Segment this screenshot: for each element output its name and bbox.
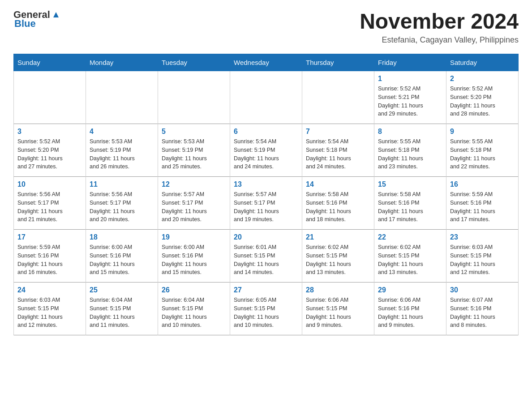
calendar-cell: 14Sunrise: 5:58 AMSunset: 5:16 PMDayligh… <box>302 177 374 230</box>
month-year-title: November 2024 <box>360 9 519 34</box>
day-info: Sunrise: 6:03 AMSunset: 5:15 PMDaylight:… <box>450 243 515 277</box>
calendar-cell: 9Sunrise: 5:55 AMSunset: 5:18 PMDaylight… <box>446 124 519 177</box>
calendar-week-row: 10Sunrise: 5:56 AMSunset: 5:17 PMDayligh… <box>14 177 519 230</box>
weekday-header-sunday: Sunday <box>14 54 86 71</box>
day-info: Sunrise: 6:06 AMSunset: 5:15 PMDaylight:… <box>306 296 370 330</box>
logo: General Blue <box>13 9 61 30</box>
day-number: 10 <box>17 180 82 188</box>
day-number: 20 <box>234 233 298 241</box>
calendar-week-row: 3Sunrise: 5:52 AMSunset: 5:20 PMDaylight… <box>14 124 519 177</box>
day-number: 9 <box>450 128 515 136</box>
calendar-header: SundayMondayTuesdayWednesdayThursdayFrid… <box>14 54 519 71</box>
day-number: 4 <box>90 128 154 136</box>
calendar-cell: 16Sunrise: 5:59 AMSunset: 5:16 PMDayligh… <box>446 177 519 230</box>
day-info: Sunrise: 5:53 AMSunset: 5:19 PMDaylight:… <box>90 137 154 171</box>
day-number: 8 <box>378 128 442 136</box>
day-number: 14 <box>306 180 370 188</box>
calendar-cell: 3Sunrise: 5:52 AMSunset: 5:20 PMDaylight… <box>14 124 86 177</box>
weekday-header-saturday: Saturday <box>446 54 519 71</box>
day-info: Sunrise: 6:03 AMSunset: 5:15 PMDaylight:… <box>17 296 82 330</box>
day-number: 21 <box>306 233 370 241</box>
calendar-cell: 5Sunrise: 5:53 AMSunset: 5:19 PMDaylight… <box>158 124 230 177</box>
day-number: 28 <box>306 286 370 294</box>
day-info: Sunrise: 5:52 AMSunset: 5:20 PMDaylight:… <box>450 85 515 118</box>
day-info: Sunrise: 5:58 AMSunset: 5:16 PMDaylight:… <box>306 190 370 224</box>
calendar-cell: 20Sunrise: 6:01 AMSunset: 5:15 PMDayligh… <box>230 230 302 283</box>
day-number: 17 <box>17 233 82 241</box>
day-number: 6 <box>234 128 298 136</box>
day-number: 23 <box>450 233 515 241</box>
day-number: 29 <box>378 286 442 294</box>
calendar-week-row: 1Sunrise: 5:52 AMSunset: 5:21 PMDaylight… <box>14 71 519 124</box>
calendar-cell: 28Sunrise: 6:06 AMSunset: 5:15 PMDayligh… <box>302 283 374 335</box>
weekday-header-friday: Friday <box>374 54 446 71</box>
calendar-cell: 7Sunrise: 5:54 AMSunset: 5:18 PMDaylight… <box>302 124 374 177</box>
day-number: 13 <box>234 180 298 188</box>
calendar-cell: 27Sunrise: 6:05 AMSunset: 5:15 PMDayligh… <box>230 283 302 335</box>
day-info: Sunrise: 6:00 AMSunset: 5:16 PMDaylight:… <box>162 243 226 277</box>
day-number: 18 <box>90 233 154 241</box>
day-info: Sunrise: 6:00 AMSunset: 5:16 PMDaylight:… <box>90 243 154 277</box>
day-info: Sunrise: 5:54 AMSunset: 5:18 PMDaylight:… <box>306 137 370 171</box>
logo-blue-text: Blue <box>14 18 36 30</box>
calendar-cell: 19Sunrise: 6:00 AMSunset: 5:16 PMDayligh… <box>158 230 230 283</box>
logo-triangle-icon <box>51 9 61 19</box>
calendar-cell: 15Sunrise: 5:58 AMSunset: 5:16 PMDayligh… <box>374 177 446 230</box>
calendar-cell: 23Sunrise: 6:03 AMSunset: 5:15 PMDayligh… <box>446 230 519 283</box>
day-info: Sunrise: 6:07 AMSunset: 5:16 PMDaylight:… <box>450 296 515 330</box>
calendar-week-row: 24Sunrise: 6:03 AMSunset: 5:15 PMDayligh… <box>14 283 519 335</box>
day-info: Sunrise: 5:56 AMSunset: 5:17 PMDaylight:… <box>90 190 154 224</box>
calendar-cell: 17Sunrise: 5:59 AMSunset: 5:16 PMDayligh… <box>14 230 86 283</box>
calendar-cell: 26Sunrise: 6:04 AMSunset: 5:15 PMDayligh… <box>158 283 230 335</box>
weekday-header-thursday: Thursday <box>302 54 374 71</box>
day-info: Sunrise: 5:53 AMSunset: 5:19 PMDaylight:… <box>162 137 226 171</box>
calendar-cell: 2Sunrise: 5:52 AMSunset: 5:20 PMDaylight… <box>446 71 519 124</box>
day-number: 30 <box>450 286 515 294</box>
day-info: Sunrise: 5:55 AMSunset: 5:18 PMDaylight:… <box>378 137 442 171</box>
calendar-cell: 29Sunrise: 6:06 AMSunset: 5:16 PMDayligh… <box>374 283 446 335</box>
day-info: Sunrise: 6:01 AMSunset: 5:15 PMDaylight:… <box>234 243 298 277</box>
calendar-cell <box>158 71 230 124</box>
title-section: November 2024 Estefania, Cagayan Valley,… <box>360 9 519 45</box>
weekday-header-row: SundayMondayTuesdayWednesdayThursdayFrid… <box>14 54 519 71</box>
day-info: Sunrise: 5:56 AMSunset: 5:17 PMDaylight:… <box>17 190 82 224</box>
day-info: Sunrise: 6:02 AMSunset: 5:15 PMDaylight:… <box>378 243 442 277</box>
day-info: Sunrise: 5:52 AMSunset: 5:21 PMDaylight:… <box>378 85 442 118</box>
calendar-cell: 25Sunrise: 6:04 AMSunset: 5:15 PMDayligh… <box>86 283 158 335</box>
calendar-cell: 10Sunrise: 5:56 AMSunset: 5:17 PMDayligh… <box>14 177 86 230</box>
calendar-cell: 24Sunrise: 6:03 AMSunset: 5:15 PMDayligh… <box>14 283 86 335</box>
day-number: 1 <box>378 75 442 83</box>
location-subtitle: Estefania, Cagayan Valley, Philippines <box>360 35 519 45</box>
day-info: Sunrise: 6:02 AMSunset: 5:15 PMDaylight:… <box>306 243 370 277</box>
page-header: General Blue November 2024 Estefania, Ca… <box>13 9 519 45</box>
calendar-cell <box>302 71 374 124</box>
day-number: 5 <box>162 128 226 136</box>
calendar-cell: 6Sunrise: 5:54 AMSunset: 5:19 PMDaylight… <box>230 124 302 177</box>
calendar-cell: 30Sunrise: 6:07 AMSunset: 5:16 PMDayligh… <box>446 283 519 335</box>
calendar-cell: 21Sunrise: 6:02 AMSunset: 5:15 PMDayligh… <box>302 230 374 283</box>
calendar-cell <box>230 71 302 124</box>
day-info: Sunrise: 5:59 AMSunset: 5:16 PMDaylight:… <box>17 243 82 277</box>
day-info: Sunrise: 6:04 AMSunset: 5:15 PMDaylight:… <box>162 296 226 330</box>
day-number: 22 <box>378 233 442 241</box>
calendar-cell: 11Sunrise: 5:56 AMSunset: 5:17 PMDayligh… <box>86 177 158 230</box>
day-number: 25 <box>90 286 154 294</box>
calendar-cell: 4Sunrise: 5:53 AMSunset: 5:19 PMDaylight… <box>86 124 158 177</box>
calendar-body: 1Sunrise: 5:52 AMSunset: 5:21 PMDaylight… <box>14 71 519 335</box>
day-info: Sunrise: 6:04 AMSunset: 5:15 PMDaylight:… <box>90 296 154 330</box>
weekday-header-monday: Monday <box>86 54 158 71</box>
calendar-cell: 22Sunrise: 6:02 AMSunset: 5:15 PMDayligh… <box>374 230 446 283</box>
day-info: Sunrise: 5:57 AMSunset: 5:17 PMDaylight:… <box>234 190 298 224</box>
calendar-cell: 13Sunrise: 5:57 AMSunset: 5:17 PMDayligh… <box>230 177 302 230</box>
weekday-header-wednesday: Wednesday <box>230 54 302 71</box>
day-info: Sunrise: 6:06 AMSunset: 5:16 PMDaylight:… <box>378 296 442 330</box>
svg-marker-0 <box>53 12 59 17</box>
day-number: 12 <box>162 180 226 188</box>
day-number: 24 <box>17 286 82 294</box>
day-info: Sunrise: 5:52 AMSunset: 5:20 PMDaylight:… <box>17 137 82 171</box>
day-number: 11 <box>90 180 154 188</box>
calendar-cell <box>14 71 86 124</box>
day-number: 2 <box>450 75 515 83</box>
calendar-cell: 1Sunrise: 5:52 AMSunset: 5:21 PMDaylight… <box>374 71 446 124</box>
day-info: Sunrise: 5:58 AMSunset: 5:16 PMDaylight:… <box>378 190 442 224</box>
